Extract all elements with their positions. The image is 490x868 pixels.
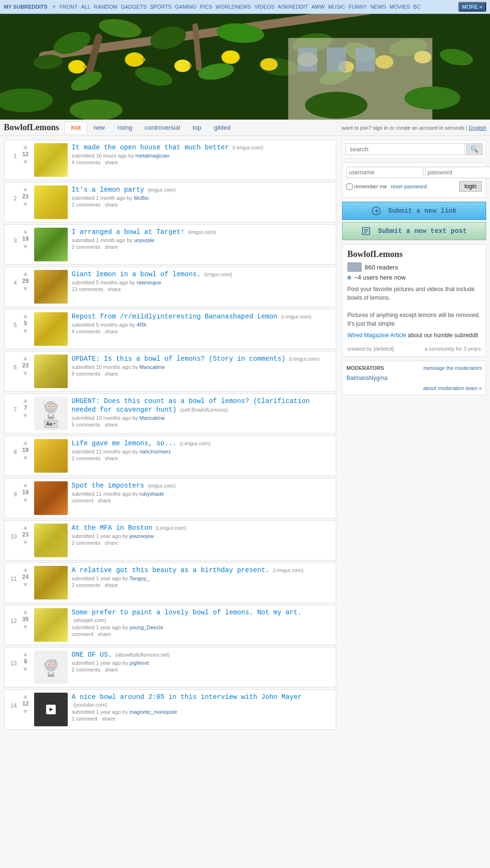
comments-link[interactable]: comment [72, 631, 93, 637]
post-author-link[interactable]: MoBio [134, 195, 149, 201]
remember-me-checkbox[interactable] [346, 183, 353, 190]
share-link[interactable]: share [105, 329, 118, 334]
nav-pics[interactable]: PICS [200, 4, 212, 10]
share-link[interactable]: share [105, 455, 118, 461]
downvote-button[interactable]: ▼ [22, 243, 29, 250]
upvote-button[interactable]: ▲ [22, 693, 29, 699]
nav-funny[interactable]: FUNNY [349, 4, 367, 10]
tab-hot[interactable]: hot [65, 122, 87, 134]
post-title-link[interactable]: A relative got this beauty as a birthday… [72, 566, 270, 574]
post-title-link[interactable]: ONE OF US. [72, 651, 112, 659]
comments-link[interactable]: 2 comments [72, 667, 100, 672]
my-subreddits-btn[interactable]: MY SUBREDDITS [4, 4, 48, 10]
downvote-button[interactable]: ▼ [22, 581, 29, 588]
nav-movies[interactable]: MOVIES [390, 4, 410, 10]
nav-gaming[interactable]: GAMING [175, 4, 196, 10]
post-author-link[interactable]: jewzeejew [129, 533, 154, 539]
post-title-link[interactable]: Spot the imposters [72, 482, 144, 489]
login-button[interactable]: login [459, 181, 482, 192]
comments-link[interactable]: 4 comments [72, 159, 100, 165]
submit-text-button[interactable]: Submit a new text post [342, 222, 486, 240]
upvote-button[interactable]: ▲ [22, 270, 29, 277]
nav-news[interactable]: NEWS [370, 4, 386, 10]
post-title-link[interactable]: It made the open house that much better [72, 144, 229, 151]
downvote-button[interactable]: ▼ [22, 370, 29, 377]
post-title-link[interactable]: At the MFA in Boston [72, 524, 152, 532]
post-author-link[interactable]: rawrvogue [136, 280, 161, 285]
post-author-link[interactable]: pigferret [129, 660, 148, 666]
search-input[interactable] [345, 143, 465, 155]
comments-link[interactable]: comment [72, 498, 93, 503]
message-mods-link[interactable]: message the moderators [423, 365, 482, 371]
downvote-button[interactable]: ▼ [22, 623, 29, 630]
downvote-button[interactable]: ▼ [22, 412, 29, 419]
comments-link[interactable]: 13 comments [72, 286, 103, 292]
post-author-link[interactable]: 4RK [136, 322, 147, 328]
nav-videos[interactable]: VIDEOS [255, 4, 275, 10]
upvote-button[interactable]: ▲ [22, 397, 29, 403]
downvote-button[interactable]: ▼ [22, 666, 29, 672]
nav-all[interactable]: ALL [81, 4, 91, 10]
moderator-link[interactable]: BatmansNygma [346, 374, 482, 382]
downvote-button[interactable]: ▼ [22, 708, 29, 715]
share-link[interactable]: share [98, 498, 111, 503]
comments-link[interactable]: 8 comments [72, 371, 100, 377]
comments-link[interactable]: 2 comments [72, 202, 100, 208]
language-link[interactable]: English [469, 125, 486, 131]
post-author-link[interactable]: Mancalime [139, 415, 165, 421]
post-title-link[interactable]: It's a lemon party [72, 186, 144, 194]
downvote-button[interactable]: ▼ [22, 201, 29, 208]
post-title-link[interactable]: Life gave me lemons, so... [72, 440, 176, 447]
comments-link[interactable]: 1 comment [72, 716, 98, 721]
tab-gilded[interactable]: gilded [208, 122, 237, 134]
reset-password-link[interactable]: reset password [391, 183, 427, 189]
upvote-button[interactable]: ▲ [22, 228, 29, 234]
about-mod-team-link[interactable]: about moderation team » [423, 385, 482, 391]
post-author-link[interactable]: rubyshade [139, 491, 164, 497]
post-author-link[interactable]: magnetic_monopole [129, 709, 177, 715]
tab-controversial[interactable]: controversial [138, 122, 186, 134]
share-link[interactable]: share [105, 202, 118, 208]
post-title-link[interactable]: Some prefer to paint a lovely bowl of le… [72, 609, 302, 616]
tab-new[interactable]: new [87, 122, 111, 134]
upvote-button[interactable]: ▲ [22, 566, 29, 573]
nav-aww[interactable]: AWW [311, 4, 325, 10]
nav-gadgets[interactable]: GADGETS [121, 4, 147, 10]
downvote-button[interactable]: ▼ [22, 285, 29, 292]
comments-link[interactable]: 2 comments [72, 244, 100, 250]
submit-link-button[interactable]: Submit a new link [342, 202, 486, 220]
downvote-button[interactable]: ▼ [22, 159, 29, 165]
downvote-button[interactable]: ▼ [22, 497, 29, 503]
share-link[interactable]: share [105, 540, 118, 546]
more-button[interactable]: MORE » [458, 2, 486, 12]
upvote-button[interactable]: ▲ [22, 185, 29, 192]
share-link[interactable]: share [105, 244, 118, 250]
downvote-button[interactable]: ▼ [22, 328, 29, 334]
post-author-link[interactable]: unpurple [134, 237, 155, 243]
comments-link[interactable]: 2 comments [72, 582, 100, 588]
share-link[interactable]: share [105, 159, 118, 165]
upvote-button[interactable]: ▲ [22, 143, 29, 150]
upvote-button[interactable]: ▲ [22, 608, 29, 615]
nav-random[interactable]: RANDOM [94, 4, 117, 10]
downvote-button[interactable]: ▼ [22, 539, 29, 546]
post-title-link[interactable]: Repost from /r/mildlyinteresting Bananas… [72, 313, 277, 320]
upvote-button[interactable]: ▲ [22, 439, 29, 446]
comments-link[interactable]: 2 comments [72, 455, 100, 461]
post-author-link[interactable]: Mancalime [139, 364, 165, 370]
remember-me-label[interactable]: remember me [346, 183, 387, 190]
search-button[interactable]: 🔍 [466, 143, 483, 155]
share-link[interactable]: share [105, 371, 118, 377]
share-link[interactable]: share [98, 631, 111, 637]
nav-sports[interactable]: SPORTS [150, 4, 172, 10]
downvote-button[interactable]: ▼ [22, 454, 29, 461]
comments-link[interactable]: 4 comments [72, 329, 100, 334]
post-author-link[interactable]: nahchocheez [139, 449, 171, 454]
upvote-button[interactable]: ▲ [22, 481, 29, 488]
share-link[interactable]: share [105, 422, 118, 428]
comments-link[interactable]: 5 comments [72, 422, 100, 428]
password-field[interactable] [425, 167, 490, 178]
tab-top[interactable]: top [186, 122, 208, 134]
post-author-link[interactable]: young_Deezie [129, 624, 163, 630]
nav-askreddit[interactable]: ASKREDDIT [278, 4, 308, 10]
